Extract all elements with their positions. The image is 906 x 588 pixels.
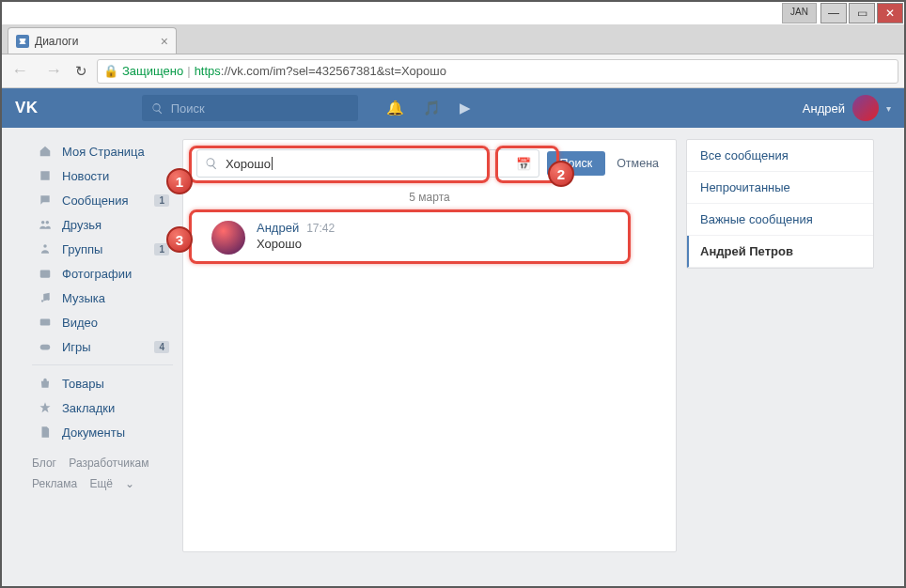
os-window-controls: JAN — ▭ ✕: [782, 3, 903, 23]
svg-rect-8: [40, 345, 51, 350]
footer-more[interactable]: Ещё ⌄: [89, 477, 144, 490]
filter-important[interactable]: Важные сообщения: [687, 204, 873, 236]
search-icon: [151, 102, 164, 115]
nav-market[interactable]: Товары: [32, 371, 173, 395]
minimize-button[interactable]: —: [820, 3, 847, 23]
browser-toolbar: ← → ↻ 🔒 Защищено | https ://vk.com /im?s…: [2, 54, 904, 88]
footer-links: Блог Разработчикам Реклама Ещё ⌄: [32, 454, 173, 494]
im-search-button[interactable]: Поиск: [547, 151, 606, 176]
nav-news[interactable]: Новости: [32, 163, 173, 188]
nav-label: Моя Страница: [62, 145, 145, 159]
nav-friends[interactable]: Друзья: [32, 212, 173, 237]
svg-point-4: [43, 271, 48, 276]
music-icon[interactable]: 🎵: [423, 100, 441, 116]
nav-label: Друзья: [62, 218, 102, 232]
nav-label: Сообщения: [62, 193, 129, 208]
calendar-icon[interactable]: 📅: [516, 157, 531, 171]
nav-music[interactable]: Музыка: [32, 286, 173, 310]
footer-blog[interactable]: Блог: [32, 456, 56, 470]
news-icon: [36, 168, 55, 183]
svg-point-1: [46, 221, 50, 224]
date-separator: 5 марта: [183, 187, 676, 211]
tab-favicon-icon: [16, 35, 29, 48]
user-avatar-icon: [852, 95, 879, 121]
vk-header: VK Поиск 🔔 🎵 ▶ Андрей ▾: [2, 88, 904, 128]
nav-badge: 4: [154, 341, 169, 353]
nav-label: Музыка: [62, 291, 105, 305]
nav-label: Товары: [62, 377, 104, 391]
play-icon[interactable]: ▶: [460, 100, 471, 116]
nav-docs[interactable]: Документы: [32, 420, 173, 444]
filter-sidebar: Все сообщения Непрочитанные Важные сообщ…: [686, 139, 874, 269]
svg-point-5: [41, 300, 43, 302]
url-path: /im?sel=432567381&st=Хорошо: [270, 64, 446, 78]
nav-games[interactable]: Игры4: [32, 334, 173, 359]
bell-icon[interactable]: 🔔: [386, 100, 404, 116]
result-text: Хорошо: [257, 237, 648, 251]
svg-point-0: [41, 221, 45, 224]
nav-groups[interactable]: Группы1: [32, 237, 173, 261]
document-icon: [36, 425, 55, 440]
svg-point-6: [47, 299, 49, 301]
top-search-input[interactable]: Поиск: [142, 95, 358, 121]
footer-ads[interactable]: Реклама: [32, 477, 77, 490]
nav-my-page[interactable]: Моя Страница: [32, 139, 173, 163]
result-author: Андрей: [257, 221, 299, 235]
filter-all[interactable]: Все сообщения: [687, 140, 873, 172]
top-search-placeholder: Поиск: [171, 101, 205, 116]
filter-active-dialog[interactable]: Андрей Петров: [687, 236, 873, 268]
url-protocol: https: [195, 64, 221, 78]
nav-label: Документы: [62, 426, 125, 440]
nav-forward-icon[interactable]: →: [41, 61, 66, 81]
left-sidebar: Моя Страница Новости Сообщения1 Друзья Г…: [32, 139, 173, 552]
user-name: Андрей: [803, 101, 845, 116]
messages-panel: Хорошо 📅 Поиск Отмена 5 марта Андрей 17:…: [182, 139, 677, 552]
nav-label: Фотографии: [62, 267, 132, 281]
im-search-value: Хорошо: [226, 157, 271, 171]
text-caret: [272, 157, 273, 170]
reload-icon[interactable]: ↻: [75, 63, 87, 80]
tab-title: Диалоги: [35, 35, 78, 48]
nav-label: Новости: [62, 169, 109, 183]
nav-back-icon[interactable]: ←: [8, 61, 32, 81]
nav-badge: 1: [154, 194, 169, 207]
os-badge-jan: JAN: [782, 3, 817, 23]
im-search-input[interactable]: Хорошо 📅: [196, 149, 539, 178]
url-host: ://vk.com: [221, 64, 270, 78]
friends-icon: [36, 217, 55, 232]
search-result-row[interactable]: Андрей 17:42 Хорошо: [183, 211, 676, 264]
vk-logo[interactable]: VK: [15, 99, 39, 117]
result-time: 17:42: [306, 222, 335, 235]
secure-label: Защищено: [122, 64, 183, 78]
search-icon: [205, 157, 218, 170]
footer-dev[interactable]: Разработчикам: [69, 456, 148, 470]
user-menu[interactable]: Андрей ▾: [803, 95, 891, 121]
games-icon: [36, 339, 55, 354]
star-icon: [36, 400, 55, 415]
result-avatar-icon: [211, 221, 245, 255]
camera-icon: [36, 266, 55, 281]
maximize-button[interactable]: ▭: [849, 3, 875, 23]
lock-icon: 🔒: [103, 64, 118, 78]
groups-icon: [36, 241, 55, 256]
browser-tab[interactable]: Диалоги ×: [8, 27, 177, 54]
nav-label: Видео: [62, 316, 98, 330]
home-icon: [36, 144, 55, 159]
nav-label: Закладки: [62, 401, 115, 415]
filter-unread[interactable]: Непрочитанные: [687, 172, 873, 204]
im-cancel-button[interactable]: Отмена: [613, 151, 663, 176]
close-window-button[interactable]: ✕: [877, 3, 903, 23]
music-note-icon: [36, 290, 55, 305]
tab-close-icon[interactable]: ×: [161, 34, 168, 49]
nav-label: Группы: [62, 242, 102, 256]
market-icon: [36, 376, 55, 391]
chevron-down-icon: ▾: [886, 103, 891, 114]
nav-messages[interactable]: Сообщения1: [32, 188, 173, 212]
nav-photos[interactable]: Фотографии: [32, 261, 173, 286]
nav-bookmarks[interactable]: Закладки: [32, 395, 173, 420]
browser-tab-bar: Диалоги ×: [2, 24, 904, 54]
nav-videos[interactable]: Видео: [32, 310, 173, 334]
message-icon: [36, 193, 55, 208]
address-bar[interactable]: 🔒 Защищено | https ://vk.com /im?sel=432…: [97, 59, 898, 84]
nav-badge: 1: [154, 243, 169, 255]
